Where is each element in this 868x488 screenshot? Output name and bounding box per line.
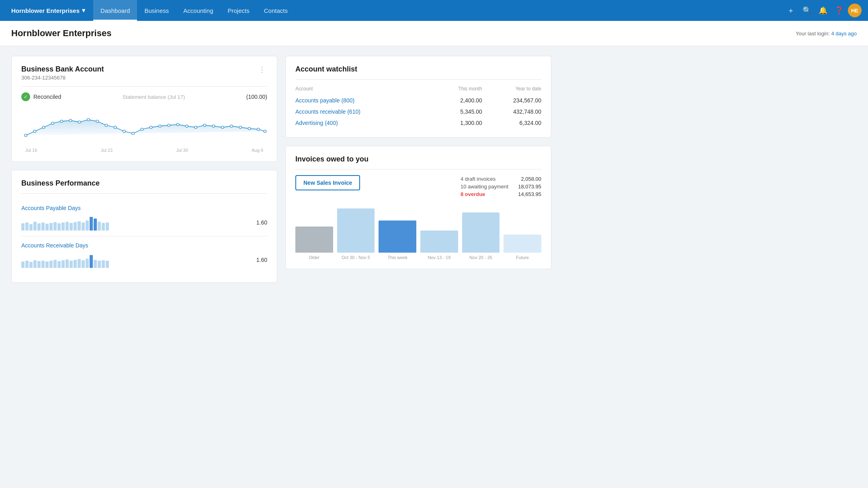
bar-highlight <box>90 255 93 268</box>
bar <box>78 221 81 231</box>
perf-row-2: Accounts Receivable Days <box>21 237 267 274</box>
svg-point-21 <box>212 125 215 127</box>
bar-highlight <box>94 218 97 231</box>
bar <box>33 222 37 231</box>
svg-point-20 <box>203 124 206 127</box>
user-avatar[interactable]: HE <box>848 4 862 17</box>
bar-rect <box>379 221 416 253</box>
perf-value-2: 1.60 <box>253 257 267 263</box>
watchlist-account-1[interactable]: Accounts payable (800) <box>295 95 432 106</box>
perf-label-2[interactable]: Accounts Receivable Days <box>21 242 267 249</box>
watchlist-account-3[interactable]: Advertising (400) <box>295 117 432 129</box>
bar <box>57 223 61 231</box>
bar <box>53 222 57 231</box>
bar <box>98 222 101 231</box>
add-button[interactable]: ＋ <box>784 3 798 18</box>
reconciled-label: Reconciled <box>33 94 61 100</box>
svg-point-25 <box>248 127 251 130</box>
svg-point-10 <box>114 126 117 129</box>
bar-label-2: Oct 30 - Nov 5 <box>337 255 375 260</box>
watchlist-month-2: 5,345.00 <box>432 106 482 117</box>
summary-amount-1: 2,058.00 <box>521 176 541 182</box>
bar <box>66 222 69 231</box>
nav-right: ＋ 🔍 🔔 ❓ HE <box>784 3 862 18</box>
bar <box>37 223 41 231</box>
svg-point-0 <box>25 134 27 137</box>
svg-point-13 <box>141 128 143 131</box>
perf-label-1[interactable]: Accounts Payable Days <box>21 205 267 211</box>
bar-label-6: Future <box>504 255 541 260</box>
invoices-title: Invoices owed to you <box>295 155 541 163</box>
bar-chart-labels: Older Oct 30 - Nov 5 This week Nov 13 - … <box>295 255 541 260</box>
summary-amount-2: 18,073.95 <box>518 184 541 190</box>
svg-point-11 <box>123 130 126 133</box>
bar <box>25 223 29 231</box>
bar <box>78 259 81 268</box>
new-sales-invoice-button[interactable]: New Sales Invoice <box>295 175 360 190</box>
bar <box>102 223 105 231</box>
svg-point-17 <box>176 123 179 126</box>
bar-label-5: Nov 20 - 26 <box>462 255 500 260</box>
summary-amount-3: 14,653.95 <box>518 191 541 197</box>
page-title: Hornblower Enterprises <box>11 28 111 39</box>
bar-group-5 <box>462 212 500 253</box>
bar <box>106 223 109 231</box>
bar <box>61 260 65 268</box>
help-button[interactable]: ❓ <box>832 3 846 18</box>
nav-items: Dashboard Business Accounting Projects C… <box>93 0 295 21</box>
bar-group-3 <box>379 221 416 253</box>
search-button[interactable]: 🔍 <box>800 3 814 18</box>
bar <box>102 260 105 268</box>
svg-point-1 <box>33 130 36 133</box>
watchlist-table: Account This month Year to date Accounts… <box>295 86 541 129</box>
bar <box>82 260 85 268</box>
bar-highlight <box>90 217 93 231</box>
nav-accounting[interactable]: Accounting <box>176 0 220 21</box>
reconciled-icon: ✓ <box>21 92 30 101</box>
bar <box>74 222 77 231</box>
svg-point-27 <box>264 130 266 133</box>
brand-menu[interactable]: Hornblower Enterprises ▾ <box>6 7 90 14</box>
page-header: Hornblower Enterprises Your last login: … <box>0 21 868 46</box>
nav-dashboard[interactable]: Dashboard <box>93 0 137 21</box>
invoices-summary: 4 draft invoices 2,058.00 10 awaiting pa… <box>461 175 541 198</box>
svg-point-2 <box>42 126 45 129</box>
svg-point-15 <box>159 125 162 127</box>
svg-point-3 <box>51 122 54 125</box>
svg-point-8 <box>96 120 99 123</box>
svg-point-19 <box>194 126 197 129</box>
notifications-button[interactable]: 🔔 <box>816 3 830 18</box>
watchlist-card: Account watchlist Account This month Yea… <box>285 56 551 138</box>
perf-bars-2 <box>21 252 249 268</box>
invoices-bar-chart: Older Oct 30 - Nov 5 This week Nov 13 - … <box>295 204 541 260</box>
bar-rect <box>462 212 500 253</box>
statement-label: Statement balance (Jul 17) <box>123 94 185 100</box>
watchlist-row: Accounts receivable (610) 5,345.00 432,7… <box>295 106 541 117</box>
bar <box>86 221 89 231</box>
chart-label-1: Jul 16 <box>25 148 37 153</box>
bar <box>41 261 45 268</box>
bank-account-menu[interactable]: ⋮ <box>257 65 267 74</box>
brand-chevron: ▾ <box>82 7 85 14</box>
bar-label-4: Nov 13 - 19 <box>420 255 458 260</box>
perf-bars-1 <box>21 214 249 231</box>
bank-chart <box>21 105 267 145</box>
bar <box>21 223 25 231</box>
nav-projects[interactable]: Projects <box>221 0 257 21</box>
bar-group-4 <box>420 231 458 253</box>
svg-point-22 <box>221 126 224 129</box>
svg-point-16 <box>168 124 170 127</box>
nav-business[interactable]: Business <box>137 0 176 21</box>
watchlist-account-2[interactable]: Accounts receivable (610) <box>295 106 432 117</box>
bar <box>74 260 77 268</box>
svg-point-24 <box>239 126 242 129</box>
svg-point-7 <box>87 118 90 121</box>
watchlist-ytd-2: 432,748.00 <box>482 106 541 117</box>
invoices-card: Invoices owed to you New Sales Invoice 4… <box>285 146 551 269</box>
bank-account-card: Business Bank Account 306-234-12345678 ⋮… <box>11 56 277 162</box>
bar <box>66 259 69 268</box>
svg-point-18 <box>185 125 188 127</box>
svg-point-26 <box>257 128 260 131</box>
nav-contacts[interactable]: Contacts <box>257 0 295 21</box>
last-login-link[interactable]: 4 days ago <box>831 31 857 37</box>
